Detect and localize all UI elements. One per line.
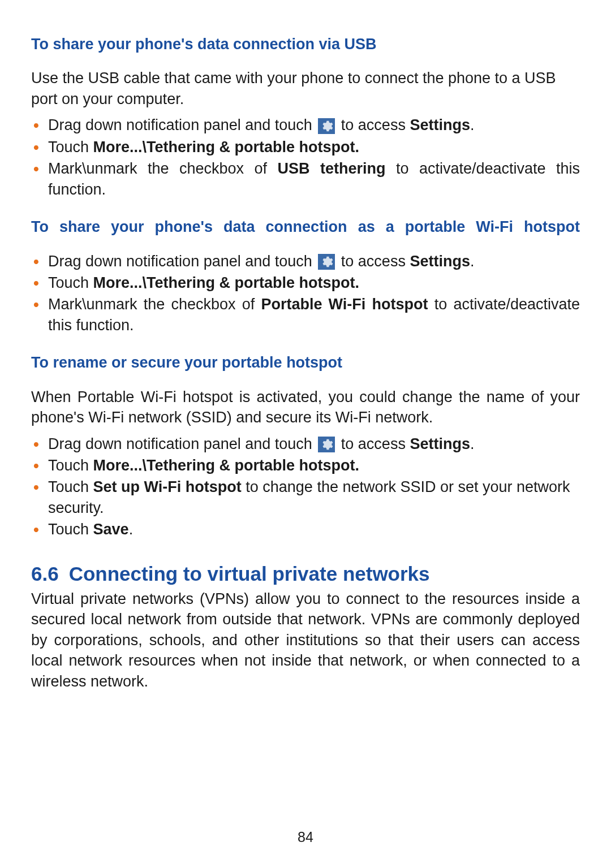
- section-vpn: 6.6Connecting to virtual private network…: [31, 563, 580, 692]
- heading-rename: To rename or secure your portable hotspo…: [31, 352, 580, 373]
- section-rename-hotspot: To rename or secure your portable hotspo…: [31, 352, 580, 540]
- bullets-wifi: Drag down notification panel and touch t…: [31, 251, 580, 336]
- list-item: Touch More...\Tethering & portable hotsp…: [31, 137, 580, 157]
- text: .: [129, 521, 134, 538]
- list-item: Touch Save.: [31, 519, 580, 539]
- text-bold: More...\Tethering & portable hotspot.: [93, 274, 360, 291]
- text: Mark\unmark the checkbox of: [48, 160, 277, 177]
- text-bold: Portable Wi-Fi hotspot: [261, 296, 428, 313]
- settings-icon: [318, 437, 335, 452]
- text: .: [470, 116, 475, 133]
- text: Drag down notification panel and touch: [48, 116, 316, 133]
- para-usb: Use the USB cable that came with your ph…: [31, 68, 580, 109]
- text: Touch: [48, 521, 93, 538]
- text-bold: More...\Tethering & portable hotspot.: [93, 139, 360, 156]
- section-usb-tethering: To share your phone's data connection vi…: [31, 34, 580, 200]
- text-bold: More...\Tethering & portable hotspot.: [93, 457, 360, 474]
- text: .: [470, 435, 475, 452]
- text: Drag down notification panel and touch: [48, 435, 316, 452]
- text: Mark\unmark the checkbox of: [48, 296, 261, 313]
- section-wifi-hotspot: To share your phone's data connection as…: [31, 217, 580, 335]
- text: to access: [337, 116, 410, 133]
- para-vpn: Virtual private networks (VPNs) allow yo…: [31, 589, 580, 692]
- page-number: 84: [0, 829, 611, 845]
- bullets-usb: Drag down notification panel and touch t…: [31, 115, 580, 200]
- list-item: Drag down notification panel and touch t…: [31, 115, 580, 135]
- section-number: 6.6: [31, 563, 59, 585]
- list-item: Touch More...\Tethering & portable hotsp…: [31, 455, 580, 476]
- section-title-text: Connecting to virtual private networks: [69, 563, 430, 585]
- text: to access: [337, 253, 410, 270]
- text: Touch: [48, 478, 93, 495]
- text-bold: Save: [93, 521, 129, 538]
- text-bold: Set up Wi-Fi hotspot: [93, 478, 242, 495]
- list-item: Drag down notification panel and touch t…: [31, 434, 580, 454]
- settings-icon: [318, 254, 335, 270]
- text: .: [470, 253, 475, 270]
- heading-vpn: 6.6Connecting to virtual private network…: [31, 563, 580, 585]
- text-bold: Settings: [410, 435, 470, 452]
- text: Drag down notification panel and touch: [48, 253, 316, 270]
- list-item: Mark\unmark the checkbox of Portable Wi-…: [31, 294, 580, 335]
- para-rename: When Portable Wi-Fi hotspot is activated…: [31, 387, 580, 428]
- list-item: Touch More...\Tethering & portable hotsp…: [31, 273, 580, 293]
- text: Touch: [48, 139, 93, 156]
- text: Touch: [48, 457, 93, 474]
- list-item: Drag down notification panel and touch t…: [31, 251, 580, 271]
- text-bold: Settings: [410, 116, 470, 133]
- text: Touch: [48, 274, 93, 291]
- settings-icon: [318, 118, 335, 134]
- heading-wifi: To share your phone's data connection as…: [31, 217, 580, 237]
- heading-usb: To share your phone's data connection vi…: [31, 34, 580, 54]
- text-bold: USB tethering: [277, 160, 385, 177]
- bullets-rename: Drag down notification panel and touch t…: [31, 434, 580, 540]
- list-item: Mark\unmark the checkbox of USB tetherin…: [31, 158, 580, 200]
- text-bold: Settings: [410, 253, 470, 270]
- list-item: Touch Set up Wi-Fi hotspot to change the…: [31, 477, 580, 518]
- text: to access: [337, 435, 410, 452]
